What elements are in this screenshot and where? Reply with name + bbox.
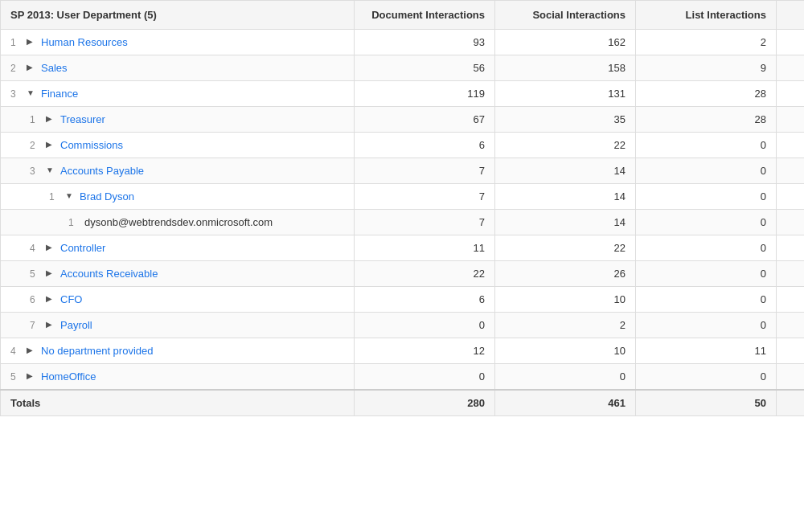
row-avg-value	[777, 133, 805, 158]
row-avg-value	[777, 287, 805, 313]
row-social-value: 22	[495, 235, 636, 261]
expand-icon[interactable]: ▶	[46, 268, 57, 280]
row-label-text[interactable]: Brad Dyson	[80, 190, 134, 203]
row-doc-value: 6	[355, 287, 495, 313]
row-avg-value	[777, 107, 805, 133]
collapse-icon[interactable]: ▼	[46, 166, 57, 177]
row-social-value: 14	[495, 158, 636, 184]
row-list-value: 28	[636, 107, 777, 133]
row-social-value: 22	[495, 133, 636, 158]
row-doc-value: 7	[355, 210, 495, 235]
avg-col-header: Avg	[777, 1, 805, 30]
row-label-text[interactable]: Treasurer	[60, 113, 105, 125]
row-number: 1	[49, 191, 62, 203]
row-number: 3	[10, 88, 23, 100]
table-row-finance: 3▼Finance11913128	[1, 81, 805, 107]
social-col-header: Social Interactions	[495, 1, 636, 30]
row-number: 1	[30, 114, 43, 125]
row-label-text[interactable]: Human Resources	[41, 36, 128, 48]
collapse-icon[interactable]: ▼	[65, 191, 76, 203]
row-number: 5	[10, 371, 23, 383]
row-avg-value	[777, 338, 805, 364]
expand-icon[interactable]: ▶	[46, 294, 57, 305]
row-doc-value: 67	[355, 107, 495, 133]
report-table: SP 2013: User Department (5) Document In…	[0, 0, 804, 416]
totals-avg-value	[777, 390, 805, 416]
table-row-homeoffice: 5▶HomeOffice000	[1, 364, 805, 391]
row-avg-value	[777, 364, 805, 391]
expand-icon[interactable]: ▶	[46, 140, 57, 151]
row-avg-value	[777, 235, 805, 261]
expand-icon[interactable]: ▶	[27, 63, 38, 74]
totals-doc-value: 280	[355, 390, 495, 416]
table-row-commissions: 2▶Commissions6220	[1, 133, 805, 158]
collapse-icon[interactable]: ▼	[27, 88, 38, 100]
totals-social-value: 461	[495, 390, 636, 416]
expand-icon[interactable]: ▶	[46, 320, 57, 331]
row-list-value: 28	[636, 81, 777, 107]
row-list-value: 0	[636, 235, 777, 261]
row-label-text[interactable]: Finance	[41, 88, 78, 100]
expand-icon[interactable]: ▶	[27, 371, 38, 383]
row-doc-value: 22	[355, 261, 495, 287]
row-doc-value: 7	[355, 184, 495, 210]
row-avg-value	[777, 158, 805, 184]
totals-row: Totals28046150	[1, 390, 805, 416]
row-number: 5	[30, 268, 43, 280]
expand-icon[interactable]: ▶	[27, 346, 38, 357]
expand-icon[interactable]: ▶	[27, 37, 38, 48]
row-list-value: 2	[636, 30, 777, 55]
expand-icon[interactable]: ▶	[46, 114, 57, 125]
doc-col-header: Document Interactions	[355, 1, 495, 30]
table-row-sales: 2▶Sales561589	[1, 55, 805, 81]
row-label-text[interactable]: Payroll	[60, 319, 92, 331]
table-row-cfo: 6▶CFO6100	[1, 287, 805, 313]
row-social-value: 35	[495, 107, 636, 133]
row-list-value: 0	[636, 287, 777, 313]
row-label-text[interactable]: Accounts Payable	[60, 165, 144, 177]
row-list-value: 0	[636, 133, 777, 158]
row-list-value: 11	[636, 338, 777, 364]
row-label-text[interactable]: No department provided	[41, 345, 153, 357]
row-doc-value: 0	[355, 313, 495, 338]
totals-list-value: 50	[636, 390, 777, 416]
row-list-value: 0	[636, 313, 777, 338]
row-label-text[interactable]: CFO	[60, 293, 82, 305]
table-row-brad-dyson: 1▼Brad Dyson7140	[1, 184, 805, 210]
name-col-header: SP 2013: User Department (5)	[1, 1, 355, 30]
table-row-payroll: 7▶Payroll020	[1, 313, 805, 338]
table-row-no-dept: 4▶No department provided121011	[1, 338, 805, 364]
row-label-text: dysonb@webtrendsdev.onmicrosoft.com	[84, 216, 273, 228]
row-list-value: 0	[636, 210, 777, 235]
row-social-value: 14	[495, 184, 636, 210]
row-social-value: 2	[495, 313, 636, 338]
row-social-value: 10	[495, 287, 636, 313]
row-label-text[interactable]: Accounts Receivable	[60, 268, 158, 280]
row-number: 2	[30, 140, 43, 151]
row-avg-value	[777, 210, 805, 235]
table-row-dysonb: 1dysonb@webtrendsdev.onmicrosoft.com7140	[1, 210, 805, 235]
row-social-value: 26	[495, 261, 636, 287]
row-avg-value	[777, 30, 805, 55]
row-list-value: 0	[636, 158, 777, 184]
expand-icon[interactable]: ▶	[46, 243, 57, 254]
row-doc-value: 11	[355, 235, 495, 261]
row-list-value: 9	[636, 55, 777, 81]
row-label-text[interactable]: Controller	[60, 242, 105, 254]
row-number: 4	[10, 346, 23, 357]
row-label-text[interactable]: HomeOffice	[41, 370, 96, 383]
row-avg-value	[777, 313, 805, 338]
row-number: 7	[30, 320, 43, 331]
table-row-treasurer: 1▶Treasurer673528	[1, 107, 805, 133]
row-doc-value: 7	[355, 158, 495, 184]
list-col-header: List Interactions	[636, 1, 777, 30]
totals-label: Totals	[1, 390, 355, 416]
table-row-accounts-payable: 3▼Accounts Payable7140	[1, 158, 805, 184]
row-number: 1	[10, 37, 23, 48]
row-label-text[interactable]: Commissions	[60, 139, 123, 151]
row-list-value: 0	[636, 364, 777, 391]
row-avg-value	[777, 261, 805, 287]
row-label-text[interactable]: Sales	[41, 62, 68, 74]
table-row-hr: 1▶Human Resources931622	[1, 30, 805, 55]
row-social-value: 10	[495, 338, 636, 364]
